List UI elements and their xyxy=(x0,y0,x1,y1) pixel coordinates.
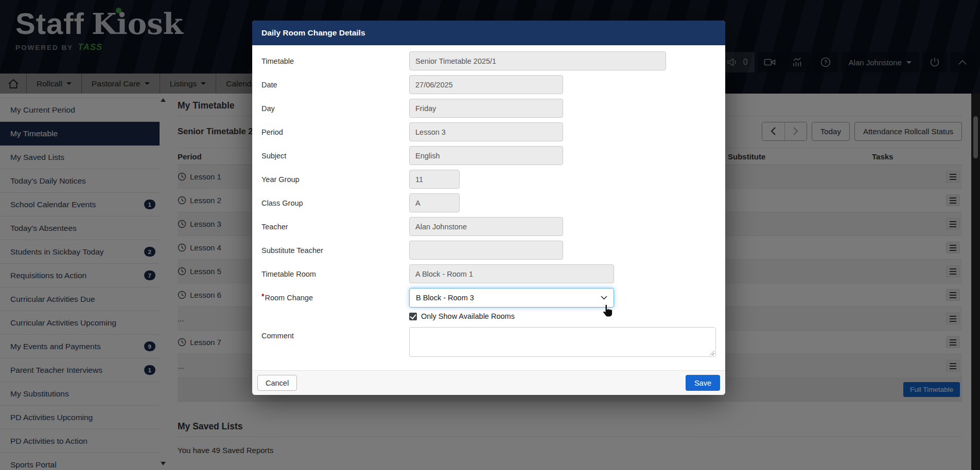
modal-fields: Timetable Senior Timetable 2025/1 Date 2… xyxy=(261,51,716,308)
modal-field-row: Year Group 11 xyxy=(261,170,716,189)
modal-field-row: Subject English xyxy=(261,146,716,165)
field-label: Year Group xyxy=(261,175,409,184)
field-label: Class Group xyxy=(261,199,409,207)
field-label: Timetable Room xyxy=(261,270,409,278)
field-value-input: 11 xyxy=(409,170,460,189)
field-value-input: English xyxy=(409,146,563,165)
field-label: Period xyxy=(261,128,409,136)
field-value-input: Friday xyxy=(409,99,563,118)
field-label: Timetable xyxy=(261,57,409,65)
cancel-button[interactable]: Cancel xyxy=(257,375,297,391)
save-button[interactable]: Save xyxy=(686,375,720,391)
room-change-select[interactable]: B Block - Room 3 xyxy=(409,288,614,308)
field-label: Teacher xyxy=(261,223,409,231)
field-value-input: Senior Timetable 2025/1 xyxy=(409,51,666,70)
field-value-input: Alan Johnstone xyxy=(409,217,563,236)
mouse-cursor xyxy=(601,304,613,320)
checkbox-label: Only Show Available Rooms xyxy=(421,312,515,320)
modal-field-row: Substitute Teacher xyxy=(261,241,716,260)
comment-row: Comment xyxy=(261,327,716,357)
modal-title: Daily Room Change Details xyxy=(252,21,725,45)
modal-field-row: Room Change B Block - Room 3 xyxy=(261,288,716,308)
modal-field-row: Timetable Room A Block - Room 1 xyxy=(261,264,716,283)
modal-field-row: Timetable Senior Timetable 2025/1 xyxy=(261,51,716,70)
modal-field-row: Day Friday xyxy=(261,99,716,118)
field-label: Subject xyxy=(261,152,409,160)
field-label: Substitute Teacher xyxy=(261,246,409,255)
available-rooms-row: Only Show Available Rooms xyxy=(409,312,716,320)
field-label: Room Change xyxy=(261,294,409,302)
modal-field-row: Period Lesson 3 xyxy=(261,122,716,141)
modal-field-row: Class Group A xyxy=(261,193,716,212)
comment-textarea[interactable] xyxy=(409,327,716,357)
modal-field-row: Teacher Alan Johnstone xyxy=(261,217,716,236)
comment-label: Comment xyxy=(261,327,409,340)
field-value-input: Lesson 3 xyxy=(409,122,563,141)
field-value-input: A Block - Room 1 xyxy=(409,264,614,283)
required-asterisk xyxy=(261,292,264,300)
chevron-down-icon xyxy=(601,296,607,300)
only-available-rooms-checkbox[interactable] xyxy=(409,313,417,320)
field-label: Day xyxy=(261,104,409,113)
room-change-modal: Daily Room Change Details Timetable Seni… xyxy=(252,21,725,395)
field-value-input xyxy=(409,241,563,260)
resize-handle-icon[interactable] xyxy=(709,350,714,355)
field-label: Date xyxy=(261,81,409,89)
field-value-input: 27/06/2025 xyxy=(409,75,563,94)
modal-field-row: Date 27/06/2025 xyxy=(261,75,716,94)
field-value-input: A xyxy=(409,193,460,212)
